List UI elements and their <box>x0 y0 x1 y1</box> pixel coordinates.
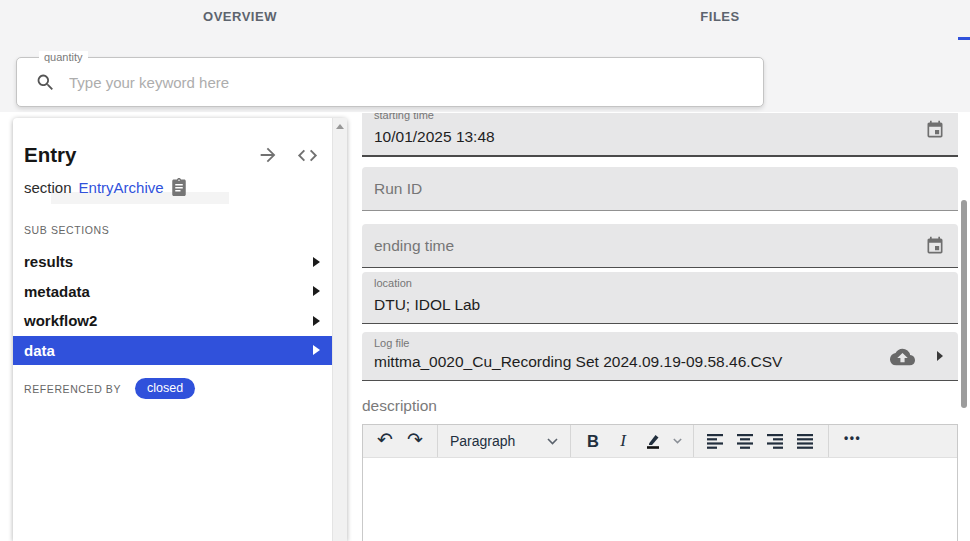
page-scrollbar-thumb[interactable] <box>961 200 967 408</box>
bold-button[interactable]: B <box>578 425 608 457</box>
ellipsis-icon: ••• <box>844 431 861 445</box>
align-center-icon <box>737 434 755 449</box>
expand-arrow-icon <box>313 345 320 355</box>
text-color-button[interactable] <box>638 425 668 457</box>
entry-title: Entry <box>24 143 240 167</box>
section-label: section <box>24 179 72 196</box>
subsection-label: results <box>24 253 73 270</box>
ending-time-label: ending time <box>374 237 454 255</box>
navigate-forward-button[interactable] <box>257 144 279 166</box>
calendar-icon <box>925 120 945 140</box>
field-starting-time[interactable]: starting time 10/01/2025 13:48 <box>362 113 958 157</box>
clipboard-icon <box>170 177 188 197</box>
log-file-value: mittma_0020_Cu_Recording Set 2024.09.19-… <box>374 353 782 371</box>
tab-overview[interactable]: OVERVIEW <box>0 0 480 32</box>
upload-file-button[interactable] <box>887 344 918 369</box>
expand-arrow-icon <box>313 257 320 267</box>
align-justify-button[interactable] <box>791 425 821 457</box>
code-icon <box>296 144 319 167</box>
field-ending-time[interactable]: ending time <box>362 224 958 268</box>
copy-section-button[interactable] <box>170 177 188 197</box>
active-tab-indicator <box>958 37 970 40</box>
top-band: OVERVIEW FILES quantity <box>0 0 970 112</box>
editor-toolbar: ↶ ↷ Paragraph B I <box>363 425 957 458</box>
referenced-by-row: REFERENCED BY closed <box>24 378 332 399</box>
subsection-label: data <box>24 342 55 359</box>
subsection-item-data[interactable]: data <box>13 336 332 366</box>
description-editor-area[interactable] <box>363 458 957 541</box>
align-right-icon <box>767 434 785 449</box>
text-format-group: B I <box>571 425 694 457</box>
starting-time-value: 10/01/2025 13:48 <box>374 128 495 146</box>
paragraph-style-dropdown[interactable]: Paragraph <box>445 425 563 457</box>
subsection-label: workflow2 <box>24 312 97 329</box>
section-definition-link[interactable]: EntryArchive <box>79 179 164 196</box>
location-label: location <box>374 277 412 289</box>
alignment-group <box>694 425 829 457</box>
keyword-search-box: quantity <box>16 57 764 107</box>
text-color-dropdown[interactable] <box>668 425 686 457</box>
chevron-down-icon <box>547 438 558 445</box>
tab-files[interactable]: FILES <box>480 0 960 32</box>
search-box-label: quantity <box>39 51 88 63</box>
align-justify-icon <box>797 434 815 449</box>
subsection-item-results[interactable]: results <box>13 247 332 277</box>
entry-header: Entry <box>13 118 332 167</box>
description-rich-text-editor: ↶ ↷ Paragraph B I <box>362 424 958 541</box>
subsection-item-workflow2[interactable]: workflow2 <box>13 306 332 336</box>
subsections-heading: SUB SECTIONS <box>24 224 332 236</box>
entry-navigation-content: Entry section <box>13 118 332 541</box>
chevron-down-icon <box>673 438 682 444</box>
highlight-pen-icon <box>644 432 662 450</box>
starting-time-label: starting time <box>374 113 434 121</box>
scroll-up-arrow-icon <box>336 124 344 129</box>
block-format-group: Paragraph <box>438 425 571 457</box>
align-left-button[interactable] <box>701 425 731 457</box>
undo-button[interactable]: ↶ <box>370 425 400 457</box>
italic-icon: I <box>620 431 626 451</box>
run-id-label: Run ID <box>374 180 422 198</box>
bold-icon: B <box>587 432 599 451</box>
description-label: description <box>362 397 437 415</box>
section-row: section EntryArchive <box>13 167 332 197</box>
search-icon <box>35 72 56 93</box>
more-options-button[interactable]: ••• <box>836 425 869 457</box>
referenced-by-badge[interactable]: closed <box>135 378 195 399</box>
location-value: DTU; IDOL Lab <box>374 296 480 314</box>
view-source-button[interactable] <box>296 144 319 167</box>
align-center-button[interactable] <box>731 425 761 457</box>
referenced-by-label: REFERENCED BY <box>24 383 121 395</box>
undo-icon: ↶ <box>377 430 393 449</box>
history-group: ↶ ↷ <box>363 425 438 457</box>
italic-button[interactable]: I <box>608 425 638 457</box>
panel-scrollbar[interactable] <box>332 118 347 541</box>
calendar-icon <box>925 236 945 256</box>
align-left-icon <box>707 434 725 449</box>
entry-navigation-panel: Entry section <box>13 118 347 541</box>
chevron-right-icon <box>937 351 943 361</box>
expand-arrow-icon <box>313 286 320 296</box>
field-log-file[interactable]: Log file mittma_0020_Cu_Recording Set 20… <box>362 332 958 381</box>
log-file-label: Log file <box>374 337 409 349</box>
expand-log-file-button[interactable] <box>934 348 946 364</box>
nomad-entry-screen: OVERVIEW FILES quantity Entry <box>0 0 970 541</box>
starting-time-calendar-button[interactable] <box>922 117 948 143</box>
field-location[interactable]: location DTU; IDOL Lab <box>362 272 958 324</box>
subsection-list: results metadata workflow2 data <box>13 247 332 365</box>
paragraph-style-value: Paragraph <box>450 433 515 449</box>
field-run-id[interactable]: Run ID <box>362 167 958 211</box>
subsection-label: metadata <box>24 283 90 300</box>
tab-bar: OVERVIEW FILES <box>0 0 960 32</box>
more-group: ••• <box>829 425 876 457</box>
align-right-button[interactable] <box>761 425 791 457</box>
subsection-item-metadata[interactable]: metadata <box>13 277 332 307</box>
entry-data-form: starting time 10/01/2025 13:48 Run ID en… <box>362 113 958 541</box>
search-input[interactable] <box>69 74 747 91</box>
redo-button[interactable]: ↷ <box>400 425 430 457</box>
ending-time-calendar-button[interactable] <box>922 233 948 259</box>
arrow-forward-icon <box>257 144 279 166</box>
cloud-upload-icon <box>890 347 915 366</box>
expand-arrow-icon <box>313 316 320 326</box>
redo-icon: ↷ <box>407 430 423 449</box>
